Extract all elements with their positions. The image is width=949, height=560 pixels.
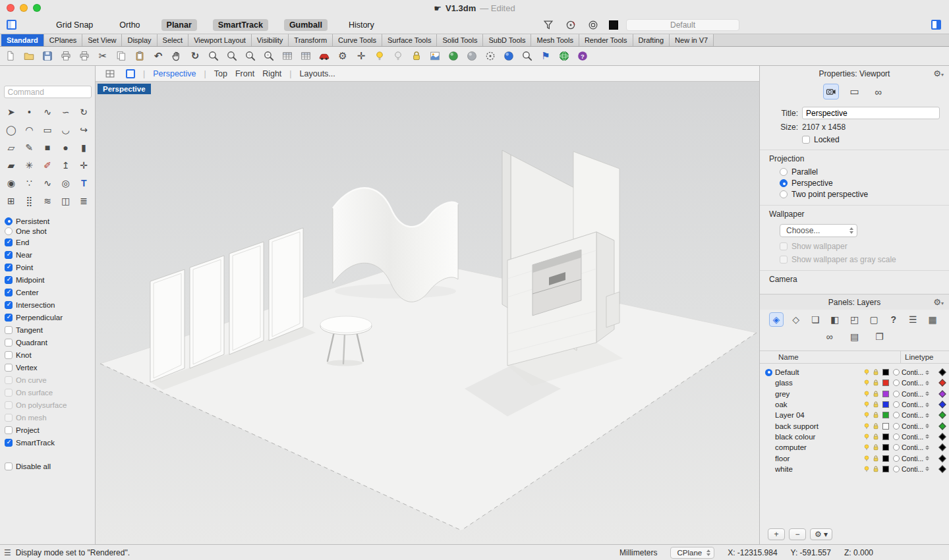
viewport-tab-top[interactable]: Top (214, 69, 227, 78)
select-icon[interactable]: ➤ (2, 105, 20, 119)
viewport-tab-perspective[interactable]: Perspective (153, 69, 196, 78)
layer-material-icon[interactable] (893, 391, 900, 397)
display-rect-icon[interactable]: ▭ (847, 84, 863, 99)
raytrace-sphere-icon[interactable] (501, 48, 517, 64)
osnap-on-mesh[interactable]: On mesh (5, 411, 95, 424)
current-layer-indicator[interactable] (765, 369, 775, 376)
open-file-icon[interactable] (21, 48, 37, 64)
extrude-icon[interactable]: ↥ (57, 158, 75, 173)
projection-option-two-point-perspective[interactable]: Two point perspective (760, 189, 949, 200)
point-cloud-icon[interactable]: ∵ (20, 176, 39, 190)
blocks-panel-icon[interactable]: ◧ (828, 312, 842, 327)
osnap-knot[interactable]: Knot (5, 349, 95, 361)
ribbon-tab-curve-tools[interactable]: Curve Tools (333, 34, 382, 46)
lock-toggle-icon[interactable] (409, 48, 424, 64)
layer-linetype[interactable]: Conti... (902, 368, 936, 376)
ribbon-tab-drafting[interactable]: Drafting (633, 34, 670, 46)
layer-visibility-bulb-icon[interactable] (862, 422, 871, 430)
close-window-button[interactable] (7, 4, 14, 12)
right-panel-toggle-icon[interactable] (931, 20, 941, 30)
layer-lock-icon[interactable] (871, 433, 880, 441)
copy-to-clipboard-icon[interactable] (113, 48, 129, 64)
layer-color-swatch[interactable] (882, 379, 889, 386)
layer-visibility-bulb-icon[interactable] (862, 465, 871, 473)
print-preview-icon[interactable] (76, 48, 92, 64)
ribbon-tab-select[interactable]: Select (158, 34, 189, 46)
rectangle-icon[interactable]: ▭ (38, 123, 57, 137)
cut-icon[interactable]: ✂ (95, 48, 111, 64)
osnap-on-polysurface[interactable]: On polysurface (5, 399, 95, 411)
viewport-title-badge[interactable]: Perspective (98, 84, 151, 94)
layer-lock-icon[interactable] (871, 422, 880, 430)
grid-array-icon[interactable]: ⣿ (20, 194, 39, 208)
cage-edit-icon[interactable]: ◫ (57, 194, 75, 208)
layer-color-swatch[interactable] (882, 412, 889, 418)
folder-panel-icon[interactable]: ❐ (873, 329, 887, 344)
ribbon-tab-standard[interactable]: Standard (1, 34, 44, 46)
delete-layer-button[interactable]: − (789, 528, 806, 540)
toggle-gumball[interactable]: Gumball (284, 19, 328, 31)
osnap-disable-all[interactable]: Disable all (5, 460, 95, 472)
layers-gear-button[interactable]: ⚙▾ (933, 297, 944, 307)
layer-linetype[interactable]: Conti... (902, 390, 936, 398)
array-icon[interactable]: ⊞ (2, 194, 20, 208)
paste-icon[interactable] (132, 48, 148, 64)
layer-lock-icon[interactable] (871, 465, 880, 473)
ribbon-tab-visibility[interactable]: Visibility (252, 34, 289, 46)
name-column-header[interactable]: Name (760, 353, 900, 361)
metaball-icon[interactable]: ◉ (2, 176, 20, 190)
box-icon[interactable]: ■ (38, 140, 57, 155)
earth-globe-icon[interactable] (556, 48, 572, 64)
toggle-ortho[interactable]: Ortho (114, 19, 145, 31)
layer-material-icon[interactable] (893, 369, 900, 376)
properties-panel-icon[interactable]: ◇ (789, 312, 803, 327)
osnap-on-curve[interactable]: On curve (5, 374, 95, 386)
selection-filter-icon[interactable] (540, 17, 556, 33)
render-region-icon[interactable] (482, 48, 498, 64)
single-point-icon[interactable]: • (20, 105, 39, 119)
control-point-curve-icon[interactable]: ∽ (57, 105, 75, 119)
layer-visibility-bulb-icon[interactable] (862, 401, 871, 408)
osnap-intersection[interactable]: Intersection (5, 298, 95, 311)
osnap-vertex[interactable]: Vertex (5, 361, 95, 374)
print-icon[interactable] (58, 48, 74, 64)
layer-material-icon[interactable] (893, 423, 900, 430)
layer-color-swatch[interactable] (882, 401, 889, 408)
materials-panel-icon[interactable]: ▤ (848, 329, 862, 344)
layer-linetype[interactable]: Conti... (902, 465, 936, 473)
layer-lock-icon[interactable] (871, 443, 880, 451)
layer-visibility-bulb-icon[interactable] (862, 379, 871, 387)
layer-state-icon[interactable] (298, 48, 314, 64)
undo-icon[interactable]: ↶ (150, 48, 166, 64)
zoom-selected-icon[interactable] (261, 48, 277, 64)
layer-material-icon[interactable] (893, 466, 900, 472)
osnap-near[interactable]: Near (5, 248, 95, 261)
viewport-tab-right[interactable]: Right (262, 69, 281, 78)
ribbon-tab-surface-tools[interactable]: Surface Tools (382, 34, 437, 46)
layer-linetype[interactable]: Conti... (902, 455, 936, 462)
layer-linetype[interactable]: Conti... (902, 422, 936, 430)
osnap-quadrant[interactable]: Quadrant (5, 336, 95, 349)
toggle-planar[interactable]: Planar (161, 19, 197, 31)
ribbon-tab-transform[interactable]: Transform (289, 34, 333, 46)
layer-material-icon[interactable] (893, 412, 900, 418)
chain-panel-icon[interactable]: ∞ (822, 329, 837, 344)
layer-visibility-bulb-icon[interactable] (862, 433, 871, 441)
projection-option-perspective[interactable]: Perspective (760, 178, 949, 188)
layer-material-icon[interactable] (893, 455, 900, 462)
camera-icon[interactable] (823, 84, 839, 99)
osnap-perpendicular[interactable]: Perpendicular (5, 311, 95, 323)
layer-visibility-bulb-icon[interactable] (862, 455, 871, 462)
linetype-column-header[interactable]: Linetype (900, 351, 949, 363)
layer-lock-icon[interactable] (871, 390, 880, 398)
cplanes-panel-icon[interactable]: ◰ (848, 312, 862, 327)
layer-linetype[interactable]: Conti... (902, 411, 936, 419)
sphere-icon[interactable]: ● (57, 140, 75, 155)
layer-lock-icon[interactable] (871, 401, 880, 408)
ribbon-tab-display[interactable]: Display (122, 34, 157, 46)
layer-material-icon[interactable] (893, 444, 900, 451)
layer-lock-icon[interactable] (871, 411, 880, 419)
sine-curve-icon[interactable]: ∿ (38, 176, 57, 190)
command-history-icon[interactable]: ☰ (4, 548, 11, 557)
locked-checkbox[interactable]: Locked (802, 135, 840, 144)
